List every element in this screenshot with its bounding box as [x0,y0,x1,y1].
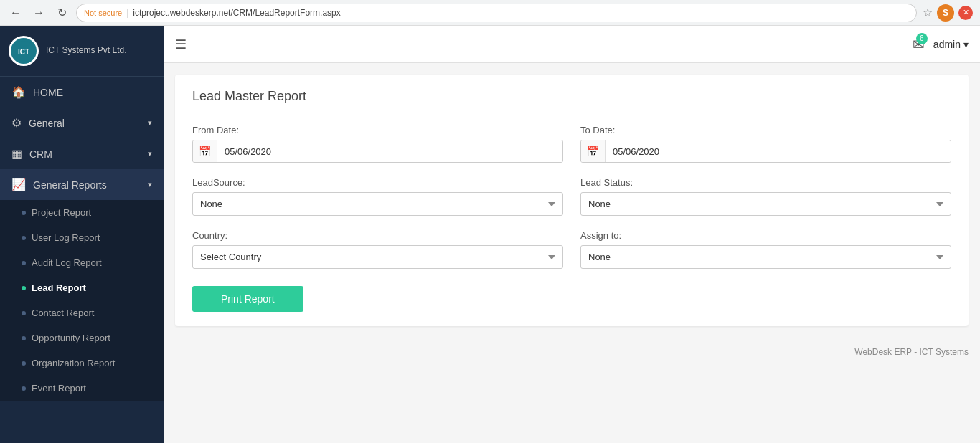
sidebar-item-opportunity-report[interactable]: Opportunity Report [0,325,164,351]
forward-button[interactable]: → [30,4,47,22]
dot-icon [22,361,26,366]
sidebar-item-crm[interactable]: ▦ CRM ▾ [0,138,164,169]
audit-log-report-label: Audit Log Report [32,257,102,268]
country-select[interactable]: Select Country [192,245,563,269]
admin-label: admin [933,39,961,50]
app-container: ICT ICT Systems Pvt Ltd. 🏠 HOME ⚙ Genera… [0,26,980,443]
sidebar-brand: ICT ICT Systems Pvt Ltd. [0,26,164,77]
from-date-group: From Date: 📅 [192,125,563,163]
notification-button[interactable]: ✉ 6 [913,36,925,53]
page-footer: WebDesk ERP - ICT Systems [164,338,980,366]
project-report-label: Project Report [32,207,91,218]
lead-source-group: LeadSource: None [192,177,563,216]
lead-source-label: LeadSource: [192,177,563,188]
reports-chevron-icon: ▾ [148,180,152,189]
assign-to-select[interactable]: None [580,245,951,269]
to-date-calendar-icon: 📅 [581,140,606,162]
user-log-report-label: User Log Report [32,232,100,243]
dot-icon [22,386,26,391]
topbar: ☰ ✉ 6 admin ▾ [164,26,980,63]
reports-icon: 📈 [11,178,26,191]
sidebar-item-lead-report[interactable]: Lead Report [0,275,164,300]
company-name: ICT Systems Pvt Ltd. [46,45,126,57]
opportunity-report-label: Opportunity Report [32,333,110,343]
main-content: ☰ ✉ 6 admin ▾ Lead Master Report From [164,26,980,443]
lead-status-group: Lead Status: None [580,177,951,216]
sidebar-item-project-report[interactable]: Project Report [0,200,164,225]
dot-active-icon [22,286,26,290]
general-icon: ⚙ [11,116,22,130]
dot-icon [22,211,26,215]
lead-source-select[interactable]: None [192,192,563,216]
dot-icon [22,336,26,340]
page-card: Lead Master Report From Date: 📅 To Date: [175,75,969,326]
sidebar-item-audit-log-report[interactable]: Audit Log Report [0,250,164,275]
sidebar-item-user-log-report[interactable]: User Log Report [0,225,164,250]
content-area: Lead Master Report From Date: 📅 To Date: [164,63,980,443]
to-date-wrapper: 📅 [580,140,951,163]
lead-source-status-row: LeadSource: None Lead Status: None [192,177,951,216]
general-chevron-icon: ▾ [148,118,152,128]
sidebar-item-general-reports[interactable]: 📈 General Reports ▾ [0,169,164,200]
lead-report-label: Lead Report [32,282,86,293]
browser-user-avatar: S [937,4,954,22]
sidebar-item-contact-report[interactable]: Contact Report [0,300,164,325]
from-date-wrapper: 📅 [192,140,563,163]
brand-logo-text: ICT [11,38,37,64]
brand-logo: ICT [9,36,39,66]
svg-text:ICT: ICT [18,48,29,56]
crm-icon: ▦ [11,147,22,161]
topbar-right: ✉ 6 admin ▾ [913,36,969,53]
lead-status-label: Lead Status: [580,177,951,188]
to-date-label: To Date: [580,125,951,135]
sidebar: ICT ICT Systems Pvt Ltd. 🏠 HOME ⚙ Genera… [0,26,164,443]
dot-icon [22,311,26,315]
organization-report-label: Organization Report [32,358,115,368]
print-btn-row: Print Report [192,283,951,312]
url-text: ictproject.webdeskerp.net/CRM/LeadReport… [133,8,340,18]
dot-icon [22,236,26,240]
sidebar-item-general[interactable]: ⚙ General ▾ [0,108,164,138]
sidebar-submenu: Project Report User Log Report Audit Log… [0,200,164,401]
sidebar-crm-label: CRM [29,148,52,160]
from-date-label: From Date: [192,125,563,135]
assign-to-group: Assign to: None [580,230,951,269]
crm-chevron-icon: ▾ [148,149,152,158]
browser-actions: ☆ S ✕ [923,4,973,22]
print-report-button[interactable]: Print Report [192,286,303,312]
hamburger-button[interactable]: ☰ [175,37,187,52]
event-report-label: Event Report [32,383,86,394]
footer-text: WebDesk ERP - ICT Systems [854,347,969,357]
to-date-group: To Date: 📅 [580,125,951,163]
country-assign-row: Country: Select Country Assign to: None [192,230,951,269]
assign-to-label: Assign to: [580,230,951,241]
bookmark-button[interactable]: ☆ [923,6,933,19]
admin-menu-button[interactable]: admin ▾ [933,39,969,50]
not-secure-label: Not secure [84,9,122,17]
date-row: From Date: 📅 To Date: 📅 [192,125,951,163]
back-button[interactable]: ← [7,4,24,22]
refresh-button[interactable]: ↻ [53,4,70,22]
sidebar-reports-label: General Reports [33,179,107,191]
notification-badge: 6 [916,33,928,44]
browser-bar: ← → ↻ Not secure | ictproject.webdeskerp… [0,0,980,26]
admin-chevron-icon: ▾ [963,39,969,50]
sidebar-item-home[interactable]: 🏠 HOME [0,77,164,108]
sidebar-general-label: General [29,118,65,129]
browser-close-button[interactable]: ✕ [958,6,973,20]
contact-report-label: Contact Report [32,308,94,318]
sidebar-item-event-report[interactable]: Event Report [0,376,164,401]
from-date-calendar-icon: 📅 [193,140,217,162]
home-icon: 🏠 [11,85,26,99]
lead-status-select[interactable]: None [580,192,951,216]
url-bar: Not secure | ictproject.webdeskerp.net/C… [76,4,917,22]
to-date-input[interactable] [606,141,951,162]
sidebar-item-organization-report[interactable]: Organization Report [0,351,164,376]
from-date-input[interactable] [217,141,562,162]
country-label: Country: [192,230,563,241]
sidebar-home-label: HOME [33,87,63,98]
page-title: Lead Master Report [192,89,951,113]
dot-icon [22,261,26,265]
country-group: Country: Select Country [192,230,563,269]
